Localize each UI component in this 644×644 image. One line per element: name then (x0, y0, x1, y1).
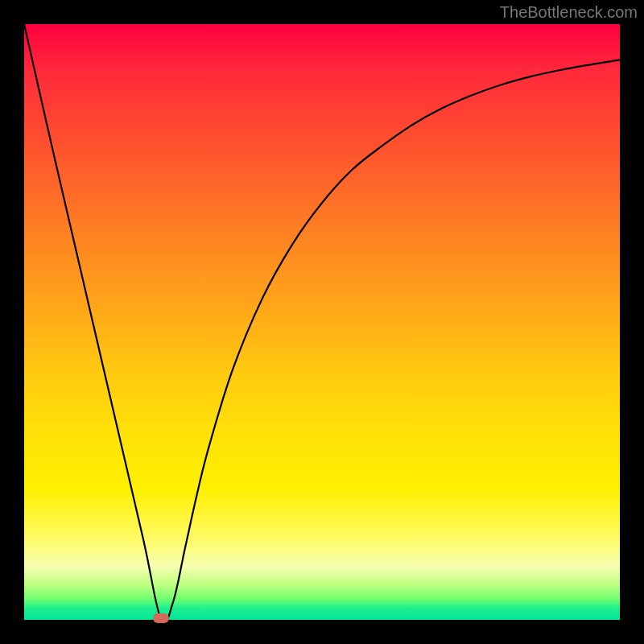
bottleneck-curve (24, 24, 620, 620)
minimum-marker (153, 613, 169, 623)
chart-plot-area (24, 24, 620, 620)
curve-svg (24, 24, 620, 620)
attribution-text: TheBottleneck.com (500, 3, 638, 22)
